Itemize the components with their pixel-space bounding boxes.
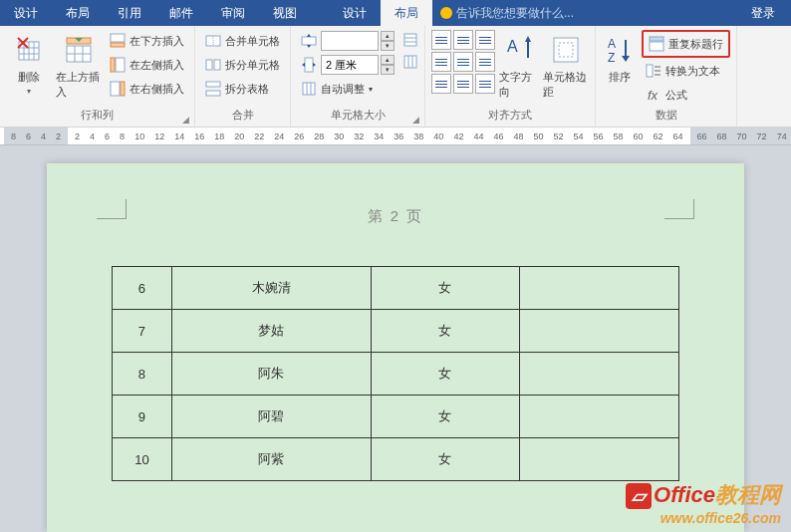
- width-row: ▴▾: [297, 54, 398, 76]
- tab-layout-doc[interactable]: 布局: [52, 0, 104, 26]
- table-cell[interactable]: [520, 310, 679, 353]
- svg-text:A: A: [608, 37, 616, 51]
- spin-up[interactable]: ▴: [381, 31, 395, 41]
- insert-left-icon: [110, 57, 126, 73]
- insert-right-button[interactable]: 在右侧插入: [106, 78, 188, 100]
- tab-table-design[interactable]: 设计: [329, 0, 381, 26]
- tab-view[interactable]: 视图: [259, 0, 311, 26]
- tab-mail[interactable]: 邮件: [155, 0, 207, 26]
- tab-table-layout[interactable]: 布局: [381, 0, 432, 26]
- svg-rect-38: [404, 56, 416, 68]
- table-cell[interactable]: 阿碧: [171, 396, 371, 438]
- insert-above-button[interactable]: 在上方插入: [56, 30, 102, 106]
- table-cell[interactable]: [520, 396, 679, 438]
- align-mr[interactable]: [475, 52, 495, 72]
- table-row[interactable]: 7梦姑女: [113, 310, 679, 353]
- align-ml[interactable]: [431, 52, 451, 72]
- delete-button[interactable]: 删除 ▾: [6, 30, 52, 106]
- split-cells-button[interactable]: 拆分单元格: [201, 54, 284, 76]
- table-cell[interactable]: 8: [113, 353, 172, 396]
- svg-rect-25: [206, 91, 220, 96]
- table-cell[interactable]: 6: [113, 267, 172, 310]
- insert-right-icon: [110, 81, 126, 97]
- tab-review[interactable]: 审阅: [207, 0, 259, 26]
- dialog-launcher-icon[interactable]: ◢: [182, 115, 192, 125]
- align-br[interactable]: [475, 74, 495, 94]
- svg-rect-23: [214, 60, 220, 70]
- group-label-merge: 合并: [201, 106, 284, 125]
- svg-rect-35: [404, 34, 416, 46]
- table-cell[interactable]: 9: [113, 396, 172, 438]
- align-tc[interactable]: [453, 30, 473, 50]
- spin-down[interactable]: ▾: [381, 65, 395, 75]
- svg-marker-28: [307, 45, 311, 48]
- split-table-button[interactable]: 拆分表格: [201, 78, 284, 100]
- table-cell[interactable]: 女: [371, 438, 520, 481]
- table-cell[interactable]: 木婉清: [171, 267, 371, 310]
- autofit-button[interactable]: 自动调整 ▾: [297, 78, 398, 100]
- height-row: ▴▾: [297, 30, 398, 52]
- repeat-header-button[interactable]: 重复标题行: [645, 33, 727, 55]
- table-cell[interactable]: 女: [371, 310, 520, 353]
- tell-me-placeholder: 告诉我您想要做什么...: [456, 5, 574, 22]
- horizontal-ruler[interactable]: 8642246810121416182022242628303234363840…: [0, 128, 791, 145]
- table-cell[interactable]: [520, 267, 679, 310]
- height-spinner[interactable]: ▴▾: [321, 31, 395, 51]
- table-row[interactable]: 8阿朱女: [113, 353, 679, 396]
- svg-rect-26: [302, 37, 316, 45]
- tab-references[interactable]: 引用: [104, 0, 155, 26]
- align-bl[interactable]: [431, 74, 451, 94]
- tab-design-doc[interactable]: 设计: [0, 0, 52, 26]
- sort-button[interactable]: AZ 排序: [602, 30, 638, 106]
- table-cell[interactable]: 女: [371, 267, 520, 310]
- document-canvas[interactable]: 第 2 页 6木婉清女7梦姑女8阿朱女9阿碧女10阿紫女: [0, 145, 791, 532]
- table-cell[interactable]: 女: [371, 353, 520, 396]
- spin-down[interactable]: ▾: [381, 41, 395, 51]
- formula-button[interactable]: fx 公式: [642, 84, 730, 106]
- table-cell[interactable]: 10: [113, 438, 172, 481]
- login-link[interactable]: 登录: [735, 5, 791, 22]
- table-row[interactable]: 6木婉清女: [113, 267, 679, 310]
- page-header-text: 第 2 页: [87, 183, 704, 266]
- table-cell[interactable]: [520, 353, 679, 396]
- table-row[interactable]: 10阿紫女: [113, 438, 679, 481]
- align-tl[interactable]: [431, 30, 451, 50]
- insert-left-button[interactable]: 在左侧插入: [106, 54, 188, 76]
- svg-rect-50: [650, 37, 663, 41]
- group-rows-cols: 删除 ▾ 在上方插入 在下方插入 在左侧插入 在右侧插入: [0, 26, 195, 127]
- insert-above-icon: [63, 34, 95, 66]
- width-spinner[interactable]: ▴▾: [321, 55, 395, 75]
- table-cell[interactable]: [520, 438, 679, 481]
- group-cell-size: ▴▾ ▴▾ 自动调整 ▾: [291, 26, 425, 127]
- align-bc[interactable]: [453, 74, 473, 94]
- table-cell[interactable]: 女: [371, 396, 520, 438]
- group-label-data: 数据: [602, 106, 730, 125]
- table-cell[interactable]: 阿朱: [171, 353, 371, 396]
- align-mc[interactable]: [453, 52, 473, 72]
- repeat-header-highlight: 重复标题行: [642, 30, 730, 58]
- dialog-launcher-icon[interactable]: ◢: [412, 115, 422, 125]
- align-tr[interactable]: [475, 30, 495, 50]
- merge-cells-icon: [205, 33, 221, 49]
- table-cell[interactable]: 梦姑: [171, 310, 371, 353]
- insert-below-button[interactable]: 在下方插入: [106, 30, 188, 52]
- width-input[interactable]: [321, 55, 379, 75]
- svg-rect-51: [650, 42, 663, 51]
- table-row[interactable]: 9阿碧女: [113, 396, 679, 438]
- spin-up[interactable]: ▴: [381, 55, 395, 65]
- group-data: AZ 排序 重复标题行 转换为文本 fx 公式: [596, 26, 737, 127]
- table-cell[interactable]: 阿紫: [171, 438, 371, 481]
- convert-to-text-button[interactable]: 转换为文本: [642, 60, 730, 82]
- tell-me-search[interactable]: 告诉我您想要做什么...: [432, 5, 582, 22]
- svg-rect-22: [206, 60, 212, 70]
- height-input[interactable]: [321, 31, 379, 51]
- distribute-rows-icon[interactable]: [402, 32, 418, 48]
- merge-cells-button[interactable]: 合并单元格: [201, 30, 284, 52]
- table-cell[interactable]: 7: [113, 310, 172, 353]
- text-direction-button[interactable]: A 文字方向: [499, 30, 539, 106]
- watermark: ▱Office教程网 www.office26.com: [626, 480, 781, 526]
- content-table[interactable]: 6木婉清女7梦姑女8阿朱女9阿碧女10阿紫女: [112, 266, 679, 481]
- distribute-cols-icon[interactable]: [402, 54, 418, 70]
- cell-margins-button[interactable]: 单元格边距: [543, 30, 589, 106]
- svg-marker-31: [313, 63, 316, 67]
